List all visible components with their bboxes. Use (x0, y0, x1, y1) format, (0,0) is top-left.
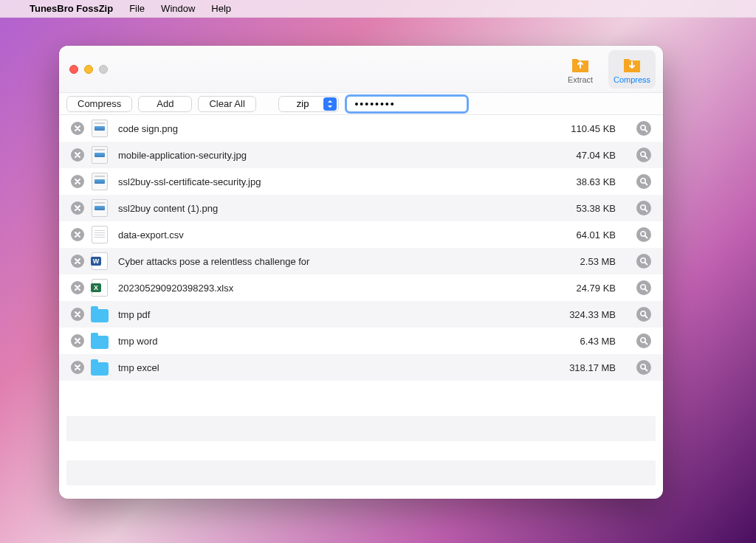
reveal-in-finder-button[interactable] (636, 227, 651, 242)
file-name: tmp word (118, 336, 548, 347)
reveal-in-finder-button[interactable] (636, 148, 651, 162)
app-window: Extract Compress Compress Add Clear All … (59, 46, 663, 499)
remove-file-button[interactable] (71, 281, 84, 294)
minimize-window-button[interactable] (84, 65, 93, 74)
remove-file-button[interactable] (71, 255, 84, 268)
remove-file-button[interactable] (71, 308, 84, 321)
clear-all-button[interactable]: Clear All (198, 96, 255, 112)
file-name: 202305290920398293.xlsx (118, 283, 548, 294)
file-size: 318.17 MB (548, 362, 629, 373)
close-icon (74, 364, 81, 371)
status-area (59, 404, 663, 499)
close-icon (74, 178, 81, 185)
reveal-in-finder-button[interactable] (636, 280, 651, 295)
file-name: data-export.csv (118, 229, 548, 241)
close-icon (74, 151, 81, 159)
file-size: 47.04 KB (548, 150, 629, 161)
reveal-in-finder-button[interactable] (636, 174, 651, 189)
reveal-in-finder-button[interactable] (636, 307, 651, 322)
file-row[interactable]: mobile-application-security.jpg47.04 KB (59, 142, 663, 168)
close-icon (74, 311, 81, 318)
remove-file-button[interactable] (71, 201, 84, 215)
close-icon (74, 231, 81, 238)
svg-point-8 (641, 338, 645, 342)
file-name: ssl2buy content (1).png (118, 203, 548, 214)
file-type-icon (89, 173, 111, 190)
file-type-icon (89, 334, 111, 347)
compress-label: Compress (614, 75, 650, 84)
format-selected-label: zip (279, 98, 324, 109)
menu-help[interactable]: Help (211, 3, 231, 14)
file-type-icon (89, 308, 111, 321)
file-size: 53.38 KB (548, 203, 629, 214)
menu-file[interactable]: File (129, 3, 145, 14)
file-list: code sign.png110.45 KBmobile-application… (59, 115, 663, 404)
reveal-in-finder-button[interactable] (636, 254, 651, 269)
remove-file-button[interactable] (71, 148, 84, 162)
macos-menubar: TunesBro FossZip File Window Help (0, 0, 756, 18)
file-name: Cyber attacks pose a relentless challeng… (118, 256, 548, 267)
file-name: mobile-application-security.jpg (118, 150, 548, 161)
file-size: 38.63 KB (548, 176, 629, 187)
file-row[interactable]: tmp word6.43 MB (59, 328, 663, 354)
titlebar: Extract Compress (59, 46, 663, 93)
mode-switcher: Extract Compress (557, 50, 656, 89)
traffic-lights (69, 65, 108, 74)
remove-file-button[interactable] (71, 122, 84, 135)
magnifier-icon (639, 283, 648, 292)
password-input[interactable] (345, 94, 469, 114)
magnifier-icon (639, 310, 648, 319)
file-row[interactable]: ssl2buy-ssl-certificate-security.jpg38.6… (59, 168, 663, 195)
remove-file-button[interactable] (71, 175, 84, 188)
remove-file-button[interactable] (71, 361, 84, 374)
file-type-icon (89, 279, 111, 297)
file-type-icon (89, 252, 111, 270)
remove-file-button[interactable] (71, 228, 84, 241)
file-type-icon (89, 146, 111, 164)
reveal-in-finder-button[interactable] (636, 333, 651, 348)
file-name: tmp pdf (118, 309, 548, 320)
magnifier-icon (639, 230, 648, 239)
file-type-icon (89, 226, 111, 243)
svg-point-4 (641, 232, 645, 236)
format-select[interactable]: zip (278, 96, 340, 112)
app-name[interactable]: TunesBro FossZip (30, 3, 113, 14)
file-row[interactable]: Cyber attacks pose a relentless challeng… (59, 248, 663, 274)
magnifier-icon (639, 151, 648, 159)
file-row[interactable]: ssl2buy content (1).png53.38 KB (59, 195, 663, 221)
file-type-icon (89, 199, 111, 217)
close-window-button[interactable] (69, 65, 78, 74)
file-row[interactable]: 202305290920398293.xlsx24.79 KB (59, 274, 663, 301)
reveal-in-finder-button[interactable] (636, 201, 651, 215)
file-row[interactable]: tmp excel318.17 MB (59, 354, 663, 381)
extract-mode-button[interactable]: Extract (557, 50, 604, 89)
reveal-in-finder-button[interactable] (636, 121, 651, 136)
file-row[interactable]: code sign.png110.45 KB (59, 115, 663, 142)
file-size: 24.79 KB (548, 283, 629, 294)
status-row (66, 460, 656, 485)
close-icon (74, 204, 81, 212)
file-size: 64.01 KB (548, 229, 629, 241)
remove-file-button[interactable] (71, 334, 84, 347)
magnifier-icon (639, 257, 648, 266)
svg-point-5 (641, 258, 645, 263)
file-row[interactable]: data-export.csv64.01 KB (59, 221, 663, 248)
file-size: 6.43 MB (548, 336, 629, 347)
add-button[interactable]: Add (138, 96, 192, 112)
svg-point-6 (641, 285, 645, 289)
reveal-in-finder-button[interactable] (636, 360, 651, 375)
magnifier-icon (639, 336, 648, 345)
status-row (66, 416, 656, 441)
file-name: ssl2buy-ssl-certificate-security.jpg (118, 176, 548, 187)
zoom-window-button[interactable] (99, 65, 108, 74)
menu-window[interactable]: Window (161, 3, 195, 14)
compress-mode-button[interactable]: Compress (608, 50, 656, 89)
file-row[interactable]: tmp pdf324.33 MB (59, 301, 663, 328)
file-size: 2.53 MB (548, 256, 629, 267)
magnifier-icon (639, 177, 648, 186)
file-name: code sign.png (118, 123, 548, 134)
magnifier-icon (639, 124, 648, 133)
close-icon (74, 284, 81, 291)
close-icon (74, 337, 81, 345)
compress-button[interactable]: Compress (66, 96, 132, 112)
